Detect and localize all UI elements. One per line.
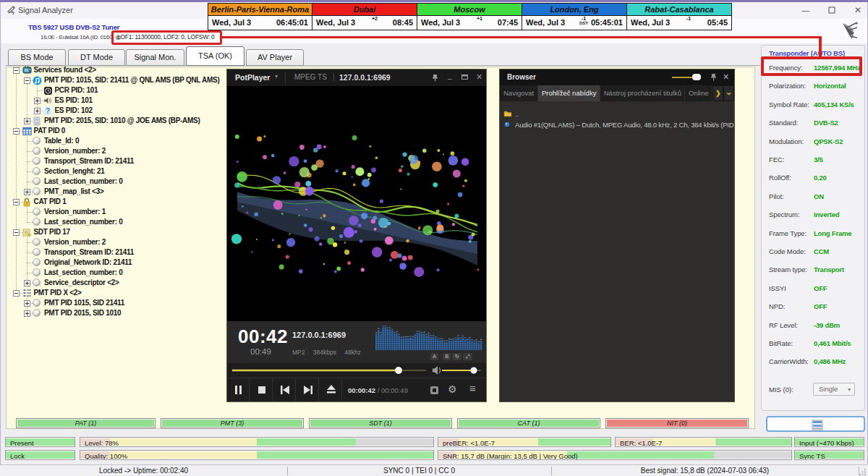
expand-plus-icon[interactable] [24, 300, 30, 307]
stop-button[interactable] [250, 378, 273, 401]
clock-0: Berlin-Paris-Vienna-RomaWed, Jul 306:45:… [208, 3, 312, 30]
minimize-button[interactable]: — [793, 2, 818, 19]
eject-button[interactable] [320, 378, 342, 401]
opacity-slider-knob[interactable] [692, 74, 701, 80]
player-maximize-icon[interactable] [461, 74, 468, 82]
player-menu-button[interactable]: ≡ [469, 382, 476, 394]
transponder-label-16: CarrierWidth: [769, 357, 809, 365]
browser-tab-2[interactable]: Nástroj procházení titulků [600, 85, 685, 101]
tree-item-label: PMT PID X <2> [34, 289, 82, 297]
chevron-down-button[interactable]: ⌄ [723, 85, 734, 101]
lock-indicator: Lock [5, 450, 75, 460]
maximize-button[interactable] [820, 2, 844, 19]
expand-plus-icon[interactable] [24, 189, 30, 195]
clock-date: Wed, Jul 3 [316, 18, 355, 27]
expand-plus-icon[interactable] [24, 280, 30, 286]
player-minimize-icon[interactable]: _ [448, 72, 452, 80]
collapse-minus-icon[interactable] [13, 67, 20, 74]
transponder-value-12: OFF [814, 284, 827, 292]
browser-pin-icon[interactable] [710, 73, 717, 82]
next-button[interactable] [297, 378, 319, 401]
sphere-icon [33, 268, 41, 277]
clock-time: Wed, Jul 3+107:45 [417, 16, 522, 30]
collapse-minus-icon[interactable] [13, 229, 20, 236]
sphere-icon [33, 309, 41, 318]
expand-plus-icon[interactable] [34, 98, 41, 104]
browser-close-icon[interactable]: ✕ [723, 72, 729, 82]
playlist-button[interactable] [430, 385, 439, 398]
pin-icon[interactable] [432, 74, 438, 83]
ab-repeat-a-icon[interactable]: A [430, 353, 438, 360]
potplayer-menu-chevron-icon[interactable]: ▾ [275, 73, 278, 80]
clock-utc-offset: -1DST [582, 16, 586, 21]
player-mini-buttons[interactable]: A:B↻⤢ [430, 348, 474, 361]
resize-grip[interactable] [859, 468, 867, 475]
tv-icon [33, 116, 41, 125]
seek-volume-bars[interactable] [227, 363, 486, 378]
tab-bs-mode[interactable]: BS Mode [8, 49, 66, 66]
browser-list-item[interactable]: Audio #1(QNL AMS) – Dutch, MPEG Audio, 4… [500, 120, 734, 130]
folder-icon [503, 110, 512, 119]
browser-titlebar[interactable]: Browser ✕ [500, 69, 734, 85]
expand-plus-icon[interactable] [34, 108, 41, 114]
clock-dst-label: DST [579, 21, 588, 25]
transponder-value-15: 0,461 Mbit/s [814, 339, 851, 347]
collapse-minus-icon[interactable] [13, 128, 20, 135]
status-bar: Locked -> Uptime: 00:02:40 SYNC 0 | TEI … [0, 464, 868, 476]
loop-icon[interactable]: ↻ [452, 353, 461, 360]
tab-av-player[interactable]: AV Player [246, 49, 304, 66]
browser-list-item[interactable]: .. [500, 109, 734, 119]
transponder-list-button[interactable] [766, 416, 865, 432]
clock-1: DubaiWed, Jul 3+208:45 [312, 3, 417, 30]
potplayer-titlebar[interactable]: PotPlayer ▾ MPEG TS | 127.0.0.1:6969 _ ✕ [227, 69, 486, 86]
transponder-label-13: NPD: [769, 302, 785, 310]
seek-row [227, 363, 486, 378]
psi-bar-pat: PAT (1) [16, 418, 156, 428]
video-area[interactable] [227, 86, 486, 321]
tree-item-label: Transport_Stream ID: 21411 [44, 157, 134, 165]
collapse-minus-icon[interactable] [13, 199, 20, 205]
expand-sign [14, 70, 18, 71]
ab-repeat-b-icon[interactable]: B [443, 353, 451, 360]
player-close-icon[interactable]: ✕ [476, 72, 482, 82]
tab-dt-mode[interactable]: DT Mode [68, 49, 125, 66]
clock-4: Rabat-CasablancaWed, Jul 3-105:45 [627, 3, 732, 30]
tab-tsa-ok-[interactable]: TSA (OK) [186, 46, 244, 66]
dots-icon: : [440, 353, 441, 360]
browser-tab-1[interactable]: Prohlížeč nabídky [538, 85, 600, 101]
transponder-label-2: Symbol Rate: [769, 101, 809, 109]
timecode-separator: / [375, 386, 381, 394]
transponder-label-10: Code Mode: [769, 247, 806, 255]
browser-item-text: Audio #1(QNL AMS) – Dutch, MPEG Audio, 4… [515, 121, 734, 129]
tree-item-label: ES PID: 102 [55, 106, 93, 114]
close-button[interactable]: ✕ [846, 2, 868, 19]
snr-bar-label: SNR: 15,7 dB (Margin: 13,5 dB | Very Goo… [443, 452, 578, 460]
bar-segment [356, 438, 433, 446]
previous-button[interactable] [273, 378, 296, 401]
transponder-value-8: Inverted [814, 211, 839, 218]
browser-tab-0[interactable]: Navigovat [500, 85, 538, 101]
bar-segment [110, 438, 257, 446]
collapse-minus-icon[interactable] [13, 290, 20, 297]
transponder-value-14: -39 dBm [814, 321, 840, 329]
mis-dropdown[interactable]: Single ▾ [813, 383, 855, 396]
settings-gear-button[interactable]: ⚙ [448, 383, 457, 395]
seek-knob [395, 367, 402, 374]
sphere-icon [33, 218, 41, 226]
transponder-label-15: BitRate: [769, 339, 793, 347]
music-visualization [227, 86, 486, 321]
browser-tab-3[interactable]: Online [685, 85, 712, 101]
tab-signal-mon-[interactable]: Signal Mon. [126, 49, 184, 66]
pause-button[interactable] [227, 378, 250, 401]
volume-knob [470, 367, 477, 373]
clock-2: MoscowWed, Jul 3+107:45 [417, 3, 522, 30]
expand-plus-icon[interactable] [24, 118, 30, 124]
psi-bar-nit: NIT (0) [605, 418, 749, 428]
timecode-total: 00:00:49 [381, 386, 408, 394]
fullscreen-icon[interactable]: ⤢ [463, 353, 472, 360]
clock-time: Wed, Jul 3-1DST05:45:01 [522, 16, 626, 30]
preber-bar-label: preBER: <1.0E-7 [443, 439, 495, 447]
collapse-minus-icon[interactable] [24, 77, 30, 84]
arrow-right-icon[interactable]: ❯ [712, 85, 723, 101]
expand-plus-icon[interactable] [24, 310, 30, 317]
